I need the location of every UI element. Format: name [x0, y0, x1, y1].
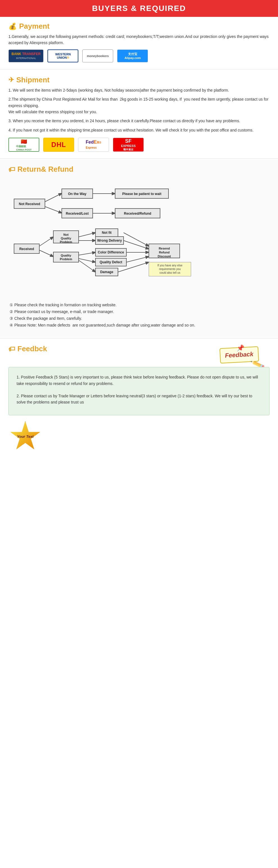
shipment-section: ✈ Shipment 1. We will sent the items wit… [0, 70, 278, 157]
return-notes: ① Please check the tracking in formation… [8, 302, 270, 329]
note-4: ④ Please Note: Men made defects are not … [8, 322, 270, 329]
feedback-content-box: 1. Positive Feedback (5 Stars) is very i… [8, 367, 270, 415]
svg-text:Received/Refund: Received/Refund [124, 212, 151, 216]
svg-text:requirements you: requirements you [159, 268, 180, 271]
star-text: Your Text [17, 434, 34, 439]
payment-title: 💰 Payment [8, 22, 270, 31]
svg-text:Quality Defect: Quality Defect [100, 260, 123, 264]
svg-text:Received: Received [20, 247, 34, 251]
svg-text:Quality: Quality [61, 237, 71, 240]
svg-text:could also tell us: could also tell us [160, 271, 180, 274]
feedback-para2: 2. Please contact us by Trade Manager or… [16, 393, 262, 405]
svg-line-34 [79, 258, 96, 262]
feedback-icon: 🏷 [8, 345, 15, 353]
feedback-title: 🏷 Feedbck [8, 344, 47, 353]
svg-line-2 [45, 193, 62, 202]
svg-text:Discount: Discount [158, 255, 171, 258]
shipment-para4: 4. If you have not got it within the shi… [8, 127, 270, 133]
chinapost-logo: 🇨🇳 中国邮政CHINA POST [8, 138, 39, 152]
svg-text:Color Difference: Color Difference [98, 250, 124, 254]
fedex-logo: FedEx®Express [78, 138, 109, 152]
note-1: ① Please check the tracking in formation… [8, 302, 270, 309]
svg-line-21 [79, 232, 96, 237]
return-refund-section: 🏷 Return& Refund Not Received On the Way… [0, 160, 278, 337]
return-title: 🏷 Return& Refund [8, 165, 270, 174]
flowchart-svg: Not Received On the Way Please be patien… [8, 177, 261, 297]
svg-text:If you have any else: If you have any else [158, 264, 182, 267]
shipment-para3: 3. When you receive the items you ordere… [8, 118, 270, 124]
svg-text:Resend: Resend [159, 247, 170, 250]
svg-line-27 [39, 250, 54, 256]
feedback-section: 🏷 Feedbck 📌 Feedback ✏️ 1. Positive Feed… [0, 339, 278, 459]
moneybookers-logo: moneybookers [82, 50, 113, 62]
shipment-para1: 1. We will sent the items within 2-5days… [8, 87, 270, 93]
flowchart: Not Received On the Way Please be patien… [8, 177, 270, 297]
payment-paragraph: 1.Generally, we accept the following pay… [8, 33, 270, 46]
payment-icon: 💰 [8, 23, 17, 30]
svg-line-8 [45, 207, 62, 213]
dhl-logo: DHL [43, 138, 74, 152]
svg-text:Quality: Quality [61, 254, 71, 257]
return-icon: 🏷 [8, 165, 15, 174]
shipment-para2: 2.The shipment by China Post Registered … [8, 96, 270, 115]
svg-line-40 [124, 232, 149, 246]
alipay-logo: 支付宝Alipay.com [117, 50, 148, 62]
page-header: BUYERS & REQUIRED [0, 0, 278, 17]
svg-line-41 [124, 241, 149, 249]
svg-text:Problem: Problem [60, 257, 72, 261]
sf-express-logo: SFEXPRESS顺丰速运 [113, 138, 144, 152]
shipping-logos: 🇨🇳 中国邮政CHINA POST DHL FedEx®Express SFEX… [8, 138, 270, 152]
svg-text:Please be patient to wait: Please be patient to wait [122, 192, 161, 196]
western-union-logo: WESTERNUNION® [47, 50, 78, 62]
svg-text:Not: Not [64, 233, 69, 236]
svg-text:Received/Lost: Received/Lost [66, 212, 89, 216]
svg-line-43 [126, 256, 149, 262]
shipment-icon: ✈ [8, 76, 14, 84]
svg-line-37 [79, 260, 96, 272]
svg-text:Problem: Problem [60, 240, 72, 244]
payment-logos: BANK TRANSFERINTERNATIONAL WESTERNUNION®… [8, 50, 270, 62]
svg-text:Wrong Delivery: Wrong Delivery [97, 239, 122, 243]
note-3: ③ Check the package and Item, carefully. [8, 315, 270, 322]
svg-text:Not Received: Not Received [19, 202, 40, 206]
bank-transfer-logo: BANK TRANSFERINTERNATIONAL [8, 50, 43, 62]
svg-text:Refund: Refund [159, 251, 170, 254]
svg-text:Not fit: Not fit [102, 231, 112, 235]
note-2: ② Please contact us by meesage, e-mail, … [8, 309, 270, 315]
svg-text:On the Way: On the Way [68, 192, 86, 196]
payment-section: 💰 Payment 1.Generally, we accept the fol… [0, 17, 278, 68]
svg-text:Damage: Damage [100, 270, 113, 274]
shipment-title: ✈ Shipment [8, 75, 270, 84]
page-title: BUYERS & REQUIRED [0, 4, 278, 13]
feedback-para1: 1. Positive Feedback (5 Stars) is very i… [16, 374, 262, 386]
star-badge-area: Your Text [8, 420, 42, 454]
svg-line-16 [39, 237, 54, 246]
svg-line-31 [79, 252, 96, 255]
